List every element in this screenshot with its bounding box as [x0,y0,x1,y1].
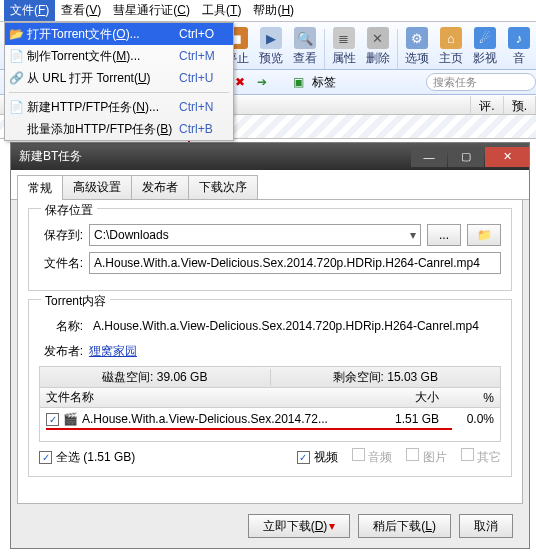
file-list: ✓🎬A.House.With.a.View-Delicious.Sex.2014… [39,408,501,442]
menu-new-http[interactable]: 📄 新建HTTP/FTP任务(N)... Ctrl+N [5,96,233,118]
button-bar: 立即下载(D)▾ 稍后下载(L) 取消 [11,504,529,548]
toolbtn-options[interactable]: ⚙选项 [400,27,434,69]
filter-audio-checkbox[interactable] [352,448,365,461]
file-header: 文件名称 大小 % [39,388,501,408]
filter-other-checkbox[interactable] [461,448,474,461]
filter-video-label: 视频 [314,449,338,466]
tab-publisher[interactable]: 发布者 [131,175,189,199]
find-icon: 🔍 [294,27,316,49]
filter-video-checkbox[interactable]: ✓ [297,451,310,464]
download-later-button[interactable]: 稍后下载(L) [358,514,451,538]
group-save-location: 保存位置 保存到: C:\Downloads ... 📁 文件名: A.Hous… [28,208,512,291]
go-icon[interactable]: ➔ [254,74,270,90]
music-icon: ♪ [508,27,530,49]
name-label: 名称: [39,318,83,335]
selectall-label: 全选 (1.51 GB) [56,449,135,466]
comet-icon: ☄ [474,27,496,49]
toolbtn-preview[interactable]: ▶预览 [254,27,288,69]
new-bt-task-dialog: 新建BT任务 — ▢ ✕ 常规 高级设置 发布者 下载次序 保存位置 保存到: … [10,142,530,549]
group-torrent-title: Torrent内容 [41,293,110,310]
delete-icon: ✕ [367,27,389,49]
browse-button[interactable]: ... [427,224,461,246]
blank-icon [5,118,27,140]
tag-label: 标签 [312,74,336,91]
titlebar[interactable]: 新建BT任务 — ▢ ✕ [11,143,529,170]
new-icon: 📄 [5,96,27,118]
listhdr-col1[interactable]: 评. [471,96,503,114]
name-value: A.House.With.a.View-Delicious.Sex.2014.7… [89,315,501,337]
toolbtn-delete[interactable]: ✕删除 [361,27,395,69]
menu-pass[interactable]: 彗星通行证(C) [107,0,196,21]
toolbtn-media[interactable]: ☄影视 [468,27,502,69]
gear-file-icon: 📄 [5,45,27,67]
group-torrent-content: Torrent内容 名称: A.House.With.a.View-Delici… [28,299,512,477]
disk-bar: 磁盘空间: 39.06 GB 剩余空间: 15.03 GB [39,366,501,388]
save-to-combo[interactable]: C:\Downloads [89,224,421,246]
menu-open-url[interactable]: 🔗 从 URL 打开 Torrent(U) Ctrl+U [5,67,233,89]
menu-file[interactable]: 文件(F) [4,0,55,21]
open-folder-button[interactable]: 📁 [467,224,501,246]
toolbtn-home[interactable]: ⌂主页 [434,27,468,69]
folder-icon: 📂 [5,23,27,45]
gear-icon: ⚙ [406,27,428,49]
publisher-label: 发布者: [39,343,83,360]
filter-image-checkbox[interactable] [406,448,419,461]
tab-advanced[interactable]: 高级设置 [62,175,132,199]
menubar: 文件(F) 查看(V) 彗星通行证(C) 工具(T) 帮助(H) [0,0,536,22]
props-icon: ≣ [333,27,355,49]
menu-tools[interactable]: 工具(T) [196,0,247,21]
save-to-label: 保存到: [39,227,83,244]
filter-audio-label: 音频 [368,450,392,464]
file-row[interactable]: ✓🎬A.House.With.a.View-Delicious.Sex.2014… [46,412,494,426]
tab-strip: 常规 高级设置 发布者 下载次序 [11,170,529,200]
filename-label: 文件名: [39,255,83,272]
file-menu-dropdown: 📂 打开Torrent文件(O)... Ctrl+O 📄 制作Torrent文件… [4,22,234,141]
group-save-title: 保存位置 [41,202,97,219]
listhdr-col2[interactable]: 预. [504,96,536,114]
download-now-button[interactable]: 立即下载(D)▾ [248,514,351,538]
file-checkbox[interactable]: ✓ [46,413,59,426]
dialog-title: 新建BT任务 [19,148,82,165]
x-icon[interactable]: ✖ [232,74,248,90]
folder-open-icon: 📁 [477,228,492,242]
toolbtn-props[interactable]: ≣属性 [327,27,361,69]
filename-input[interactable]: A.House.With.a.View-Delicious.Sex.2014.7… [89,252,501,274]
menu-view[interactable]: 查看(V) [55,0,107,21]
tab-order[interactable]: 下载次序 [188,175,258,199]
publisher-link[interactable]: 狸窝家园 [89,343,137,360]
menu-make-torrent[interactable]: 📄 制作Torrent文件(M)... Ctrl+M [5,45,233,67]
arrow-marker-icon: ▾ [329,519,335,533]
selectall-checkbox[interactable]: ✓ [39,451,52,464]
menu-separator [9,92,229,93]
preview-icon: ▶ [260,27,282,49]
tab-general[interactable]: 常规 [17,175,63,200]
annotation-underline [46,428,452,430]
menu-batch-http[interactable]: 批量添加HTTP/FTP任务(B) Ctrl+B [5,118,233,140]
link-icon: 🔗 [5,67,27,89]
tag-icon: ▣ [290,74,306,90]
video-icon: 🎬 [63,412,78,426]
cancel-button[interactable]: 取消 [459,514,513,538]
minimize-button[interactable]: — [411,147,447,167]
toolbtn-music[interactable]: ♪音 [502,27,536,69]
close-button[interactable]: ✕ [485,147,529,167]
filter-other-label: 其它 [477,450,501,464]
maximize-button[interactable]: ▢ [448,147,484,167]
home-icon: ⌂ [440,27,462,49]
menu-open-torrent[interactable]: 📂 打开Torrent文件(O)... Ctrl+O [5,23,233,45]
menu-help[interactable]: 帮助(H) [247,0,300,21]
search-input[interactable]: 搜索任务 [426,73,536,91]
filter-image-label: 图片 [423,450,447,464]
toolbtn-find[interactable]: 🔍查看 [288,27,322,69]
